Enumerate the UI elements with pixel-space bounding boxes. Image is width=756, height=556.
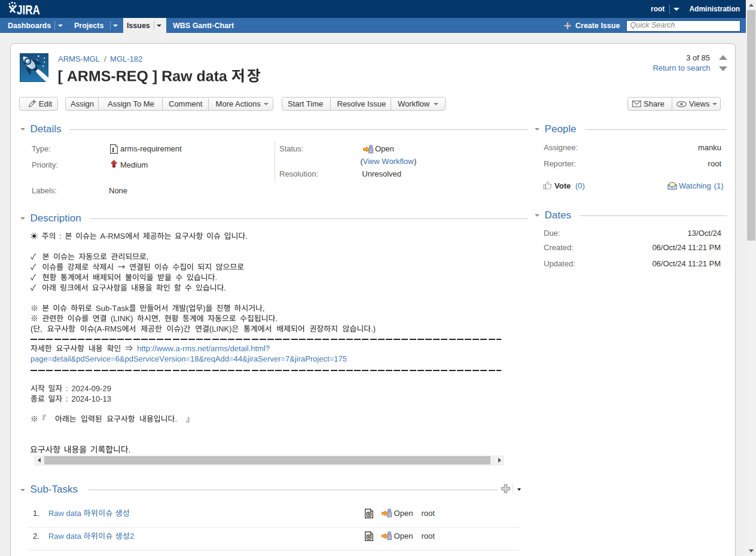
svg-text:I: I [112,147,114,153]
